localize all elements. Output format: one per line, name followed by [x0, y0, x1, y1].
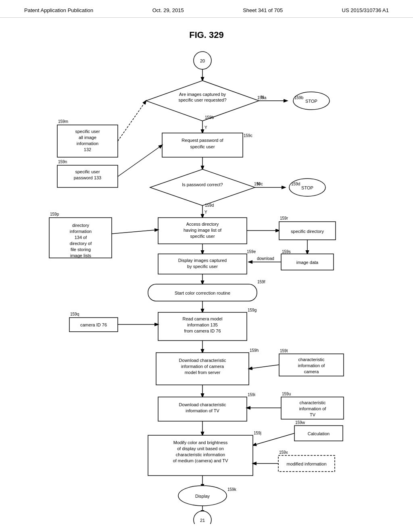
svg-text:image data: image data [296, 260, 319, 265]
svg-text:159w: 159w [295, 420, 305, 425]
svg-text:modified information: modified information [286, 461, 326, 466]
svg-text:STOP: STOP [305, 99, 317, 104]
svg-text:159i: 159i [248, 393, 255, 397]
figure-title: FIG. 329 [24, 30, 389, 40]
page-header: Patent Application Publication Oct. 29, … [0, 0, 413, 18]
svg-text:specific directory: specific directory [291, 229, 324, 234]
svg-text:20: 20 [200, 58, 205, 63]
svg-text:of display unit based on: of display unit based on [177, 446, 224, 451]
diagram-area: FIG. 329 20 Are images captured by speci… [0, 18, 413, 532]
svg-text:by specific user: by specific user [187, 264, 218, 269]
svg-text:characteristic information: characteristic information [176, 452, 225, 457]
svg-text:159t: 159t [280, 349, 288, 353]
svg-text:information: information [70, 229, 92, 234]
svg-line-75 [249, 365, 279, 369]
svg-text:Y: Y [204, 125, 207, 130]
svg-text:information 135: information 135 [187, 322, 218, 327]
svg-text:Display: Display [195, 494, 210, 499]
svg-text:information of TV: information of TV [186, 408, 219, 413]
svg-text:Calculation: Calculation [308, 431, 330, 436]
svg-text:159h: 159h [250, 348, 259, 353]
svg-line-129 [112, 230, 158, 234]
svg-text:Y: Y [204, 210, 207, 214]
svg-text:N: N [257, 182, 260, 186]
svg-text:specific user: specific user [75, 169, 100, 174]
svg-text:image lists: image lists [70, 253, 91, 258]
svg-text:159x: 159x [279, 450, 288, 455]
svg-text:camera ID 76: camera ID 76 [80, 322, 107, 327]
svg-text:Is password correct?: Is password correct? [182, 182, 223, 187]
svg-text:STOP: STOP [301, 185, 313, 190]
svg-text:from camera ID 76: from camera ID 76 [184, 328, 221, 333]
svg-text:159q: 159q [70, 312, 79, 316]
svg-text:159p: 159p [50, 212, 59, 216]
svg-text:characteristic: characteristic [300, 400, 326, 405]
svg-text:specific user requested?: specific user requested? [178, 98, 226, 102]
header-date: Oct. 29, 2015 [152, 7, 184, 13]
svg-text:21: 21 [200, 518, 205, 523]
svg-text:specific user: specific user [75, 129, 100, 134]
svg-text:Request password of: Request password of [181, 138, 223, 143]
svg-text:Download characteristic: Download characteristic [179, 402, 226, 407]
svg-text:159c: 159c [244, 133, 252, 138]
svg-text:Access directory: Access directory [186, 222, 219, 227]
svg-text:159g: 159g [248, 308, 257, 312]
svg-text:of medium (camera) and TV: of medium (camera) and TV [173, 458, 228, 463]
svg-text:download: download [257, 256, 274, 261]
svg-text:TV: TV [310, 412, 316, 417]
svg-text:model from server: model from server [185, 370, 221, 375]
svg-text:159b: 159b [205, 115, 214, 120]
svg-text:camera: camera [304, 369, 319, 374]
flowchart-svg: 20 Are images captured by specific user … [33, 48, 380, 524]
svg-marker-20 [150, 169, 255, 206]
svg-text:159e: 159e [247, 249, 256, 254]
svg-text:159r: 159r [280, 216, 288, 220]
svg-text:information: information [77, 141, 98, 146]
svg-text:directory: directory [72, 223, 90, 228]
svg-text:Display images captured: Display images captured [178, 258, 227, 263]
svg-text:159k: 159k [227, 487, 237, 492]
svg-text:all image: all image [79, 135, 96, 140]
svg-line-120 [118, 145, 162, 177]
svg-text:specific user: specific user [190, 234, 215, 239]
svg-text:password 133: password 133 [74, 175, 102, 180]
svg-text:159d: 159d [291, 182, 300, 186]
svg-text:159n: 159n [58, 160, 67, 164]
svg-text:159d: 159d [205, 203, 214, 208]
svg-text:characteristic: characteristic [298, 357, 325, 362]
svg-text:132: 132 [84, 147, 91, 152]
svg-text:Start color correction routine: Start color correction routine [175, 291, 230, 295]
svg-text:159j: 159j [254, 431, 261, 435]
header-left: Patent Application Publication [24, 7, 93, 13]
svg-text:159f: 159f [257, 280, 265, 284]
svg-text:159s: 159s [282, 249, 291, 254]
svg-line-115 [118, 101, 146, 141]
svg-text:134 of: 134 of [75, 235, 88, 240]
svg-text:file storing: file storing [71, 247, 91, 252]
header-patent: US 2015/310736 A1 [342, 7, 389, 13]
svg-text:N: N [261, 95, 264, 100]
svg-text:information of: information of [299, 406, 327, 411]
svg-text:information of camera: information of camera [181, 364, 224, 369]
svg-rect-65 [156, 353, 249, 385]
svg-text:Read camera model: Read camera model [182, 316, 222, 321]
svg-text:159u: 159u [282, 392, 291, 396]
svg-text:having image list of: having image list of [184, 228, 222, 233]
svg-text:159b: 159b [294, 96, 304, 100]
header-sheet: Sheet 341 of 705 [243, 7, 283, 13]
svg-text:directory of: directory of [70, 241, 92, 246]
svg-text:Download characteristic: Download characteristic [179, 358, 226, 363]
svg-text:specific user: specific user [190, 144, 215, 149]
svg-text:information of: information of [298, 363, 325, 368]
svg-text:159m: 159m [58, 119, 68, 124]
svg-text:Modify color and brightness: Modify color and brightness [173, 440, 228, 445]
svg-text:Are images captured by: Are images captured by [179, 92, 226, 97]
